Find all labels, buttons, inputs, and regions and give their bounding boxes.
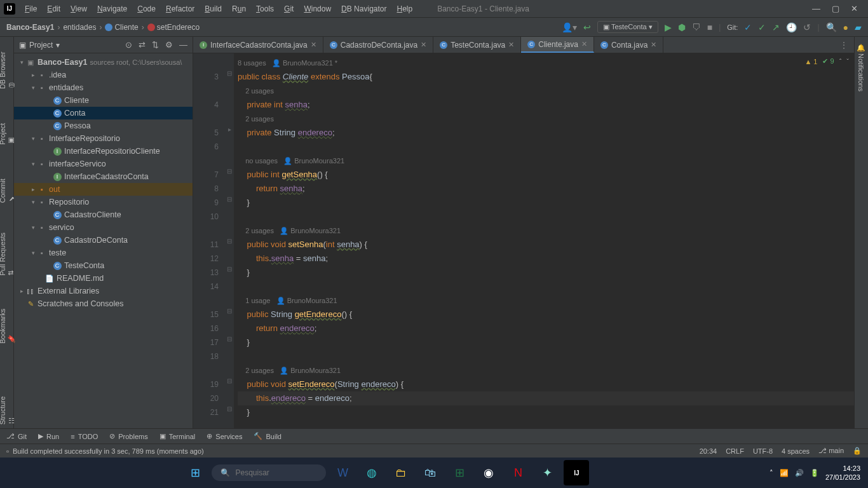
tree-entidades[interactable]: ▾▪entidades bbox=[14, 81, 193, 94]
taskbar-clock[interactable]: 14:23 27/01/2023 bbox=[825, 464, 860, 482]
tree-root[interactable]: ▾▣Banco-Easy1sources root, C:\Users\sous… bbox=[14, 56, 193, 69]
crumb-package[interactable]: entidades bbox=[63, 23, 96, 32]
history-icon[interactable]: 🕘 bbox=[786, 22, 797, 32]
collapse-all-icon[interactable]: ⇅ bbox=[152, 40, 159, 50]
status-branch[interactable]: ⎇ main bbox=[818, 447, 844, 455]
crumb-class[interactable]: Cliente bbox=[105, 23, 138, 32]
close-icon[interactable]: ✕ bbox=[651, 41, 656, 49]
editor-body[interactable]: ▲ 1 ✔ 9 ˆˇ 3 4 5 6 7 8 9 10 11 12 13 14 … bbox=[193, 53, 854, 428]
fold-gutter[interactable]: ⊟ ▸⊟ ⊟⊟ ⊟⊟ ⊟⊟⊟ bbox=[225, 53, 234, 428]
project-tab[interactable]: Project ▣ bbox=[0, 112, 15, 149]
tabs-overflow-icon[interactable]: ⋮ bbox=[834, 37, 854, 53]
edge-icon[interactable]: ◍ bbox=[359, 460, 384, 485]
bottom-problems[interactable]: ⊘Problems bbox=[109, 432, 147, 440]
menu-file[interactable]: File bbox=[20, 3, 41, 15]
tree-extlib[interactable]: ▸⫿⫿External Libraries bbox=[14, 285, 193, 297]
excel-icon[interactable]: ⊞ bbox=[447, 460, 472, 485]
menu-build[interactable]: Build bbox=[200, 3, 226, 15]
tree-interfaceserv[interactable]: ▾▪interfaceServico bbox=[14, 158, 193, 170]
run-config-dropdown[interactable]: ▣ TesteConta ▾ bbox=[597, 21, 658, 33]
close-icon[interactable]: ✕ bbox=[421, 41, 426, 49]
select-opened-file-icon[interactable]: ⊙ bbox=[125, 40, 132, 50]
structure-tab[interactable]: Structure ☷ bbox=[0, 386, 15, 428]
tree-readme[interactable]: 📄README.md bbox=[14, 272, 193, 285]
tree-cliente[interactable]: CCliente bbox=[14, 94, 193, 107]
menu-tools[interactable]: Tools bbox=[252, 3, 278, 15]
app-icon[interactable]: ✦ bbox=[534, 460, 560, 485]
status-caret-pos[interactable]: 20:34 bbox=[700, 447, 717, 455]
tab-cliente[interactable]: CCliente.java✕ bbox=[521, 37, 594, 53]
code-area[interactable]: 8 usages 👤 BrunoMoura321 * public class … bbox=[234, 53, 854, 428]
menu-navigate[interactable]: Navigate bbox=[93, 3, 132, 15]
git-commit-icon[interactable]: ✓ bbox=[758, 22, 766, 32]
coverage-icon[interactable]: ⛉ bbox=[692, 22, 701, 32]
tree-idea[interactable]: ▸▪.idea bbox=[14, 69, 193, 81]
menu-help[interactable]: Help bbox=[392, 3, 417, 15]
volume-icon[interactable]: 🔊 bbox=[795, 469, 804, 477]
tree-caddeconta[interactable]: CCadastroDeConta bbox=[14, 234, 193, 247]
project-tree[interactable]: ▾▣Banco-Easy1sources root, C:\Users\sous… bbox=[14, 53, 193, 428]
project-panel-title[interactable]: ▣ Project ▾ bbox=[19, 41, 60, 50]
chrome-icon[interactable]: ◉ bbox=[476, 460, 501, 485]
menu-git[interactable]: Git bbox=[280, 3, 298, 15]
tree-out[interactable]: ▸▪out bbox=[14, 183, 193, 196]
start-icon[interactable]: ⊞ bbox=[182, 460, 208, 485]
tree-conta[interactable]: CConta bbox=[14, 107, 193, 119]
window-minimize-icon[interactable]: — bbox=[812, 4, 820, 13]
menu-view[interactable]: View bbox=[66, 3, 92, 15]
commit-tab[interactable]: Commit ✔ bbox=[0, 168, 15, 207]
tree-servico[interactable]: ▾▪servico bbox=[14, 221, 193, 234]
menu-edit[interactable]: Edit bbox=[43, 3, 65, 15]
battery-icon[interactable]: 🔋 bbox=[810, 469, 819, 477]
git-push-icon[interactable]: ↗ bbox=[772, 22, 780, 32]
status-line-sep[interactable]: CRLF bbox=[726, 447, 744, 455]
netflix-icon[interactable]: N bbox=[505, 460, 531, 485]
window-maximize-icon[interactable]: ▢ bbox=[832, 4, 839, 13]
store-icon[interactable]: 🛍 bbox=[417, 460, 443, 485]
tree-testeconta[interactable]: CTesteConta bbox=[14, 259, 193, 272]
hide-panel-icon[interactable]: — bbox=[179, 40, 187, 50]
debug-icon[interactable]: ⬢ bbox=[678, 22, 686, 32]
tab-testeconta[interactable]: CTesteConta.java✕ bbox=[433, 37, 521, 53]
pullrequests-tab[interactable]: Pull Requests ⇅ bbox=[0, 226, 15, 280]
git-update-icon[interactable]: ✓ bbox=[744, 22, 752, 32]
code-with-me-icon[interactable]: ▰ bbox=[855, 22, 862, 32]
menu-window[interactable]: Window bbox=[299, 3, 336, 15]
word-icon[interactable]: W bbox=[330, 460, 355, 485]
tree-interfacerepo[interactable]: ▾▪InterfaceRepositorio bbox=[14, 132, 193, 145]
bookmarks-tab[interactable]: Bookmarks 🔖 bbox=[0, 299, 15, 348]
expand-all-icon[interactable]: ⇄ bbox=[139, 40, 146, 50]
intellij-taskbar-icon[interactable]: IJ bbox=[564, 460, 589, 485]
bottom-git[interactable]: ⎇Git bbox=[6, 432, 27, 440]
dbbrowser-tab[interactable]: DB Browser ⛁ bbox=[0, 42, 15, 93]
menu-refactor[interactable]: Refactor bbox=[161, 3, 199, 15]
status-lock-icon[interactable]: 🔒 bbox=[853, 447, 862, 455]
status-icon[interactable]: ▫ bbox=[6, 447, 9, 455]
tab-interfacecadastroconta[interactable]: IInterfaceCadastroConta.java✕ bbox=[193, 37, 323, 53]
window-close-icon[interactable]: ✕ bbox=[851, 4, 858, 13]
explorer-icon[interactable]: 🗀 bbox=[388, 460, 414, 485]
tree-repositorio[interactable]: ▾▪Repositorio bbox=[14, 196, 193, 208]
stop-icon[interactable]: ■ bbox=[707, 22, 712, 32]
close-icon[interactable]: ✕ bbox=[311, 41, 316, 49]
tree-interfacerepocli[interactable]: IInterfaceRepositorioCliente bbox=[14, 145, 193, 158]
menu-code[interactable]: Code bbox=[133, 3, 160, 15]
menu-dbnav[interactable]: DB Navigator bbox=[337, 3, 391, 15]
back-icon[interactable]: ↩ bbox=[583, 22, 591, 32]
settings-icon[interactable]: ⚙ bbox=[165, 40, 173, 50]
tray-chevron-icon[interactable]: ˄ bbox=[770, 469, 773, 477]
taskbar-search[interactable]: 🔍 bbox=[212, 464, 326, 481]
crumb-method[interactable]: setEndereco bbox=[147, 23, 200, 32]
ide-warning-icon[interactable]: ● bbox=[843, 22, 848, 32]
bottom-services[interactable]: ⊕Services bbox=[207, 432, 242, 440]
tree-cadcliente[interactable]: CCadastroCliente bbox=[14, 208, 193, 221]
close-icon[interactable]: ✕ bbox=[508, 41, 514, 49]
wifi-icon[interactable]: 📶 bbox=[780, 469, 789, 477]
tab-cadastrodeconta[interactable]: CCadastroDeConta.java✕ bbox=[323, 37, 433, 53]
tree-scratches[interactable]: ✎Scratches and Consoles bbox=[14, 297, 193, 310]
bottom-run[interactable]: ▶Run bbox=[38, 432, 59, 440]
tree-interfacecadconta[interactable]: IInterfaceCadastroConta bbox=[14, 170, 193, 183]
status-encoding[interactable]: UTF-8 bbox=[753, 447, 773, 455]
tree-pessoa[interactable]: CPessoa bbox=[14, 119, 193, 132]
close-icon[interactable]: ✕ bbox=[581, 40, 587, 48]
